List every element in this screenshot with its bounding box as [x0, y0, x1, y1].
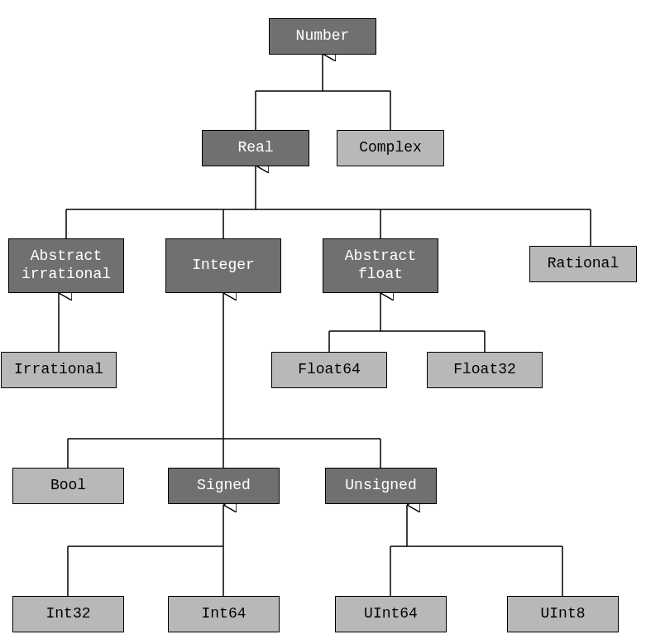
node-integer: Integer	[165, 238, 281, 293]
node-abstract-irrational: Abstract irrational	[8, 238, 124, 293]
node-int64: Int64	[168, 596, 280, 632]
node-uint64: UInt64	[335, 596, 447, 632]
node-rational: Rational	[529, 246, 637, 282]
node-uint8: UInt8	[507, 596, 619, 632]
node-abstract-float: Abstract float	[323, 238, 438, 293]
node-bool: Bool	[12, 468, 124, 504]
type-hierarchy-diagram: Number Real Complex Abstract irrational …	[0, 0, 646, 644]
node-number: Number	[269, 18, 376, 55]
node-real: Real	[202, 130, 309, 166]
edge-layer	[0, 0, 646, 644]
node-int32: Int32	[12, 596, 124, 632]
node-irrational: Irrational	[1, 352, 117, 388]
node-unsigned: Unsigned	[325, 468, 437, 504]
node-signed: Signed	[168, 468, 280, 504]
node-float64: Float64	[271, 352, 387, 388]
node-float32: Float32	[427, 352, 543, 388]
node-complex: Complex	[337, 130, 444, 166]
